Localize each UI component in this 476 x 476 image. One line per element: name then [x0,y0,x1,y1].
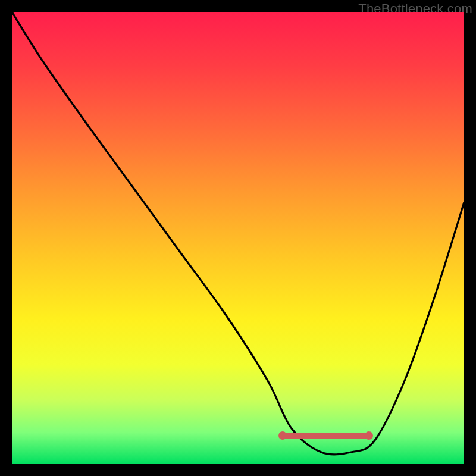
chart-frame [12,12,464,464]
chart-background-gradient [12,12,464,464]
